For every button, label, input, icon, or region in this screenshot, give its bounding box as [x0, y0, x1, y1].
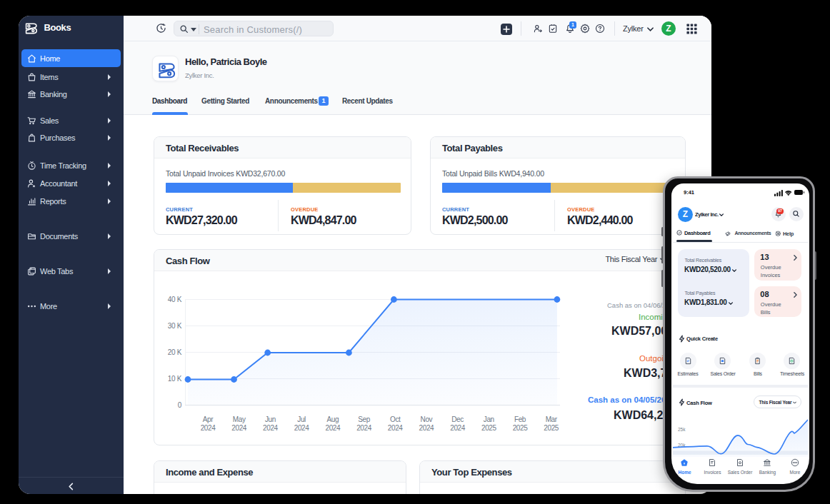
svg-text:40 K: 40 K [168, 296, 182, 303]
svg-text:30 K: 30 K [168, 322, 182, 330]
svg-text:20 K: 20 K [168, 348, 182, 356]
svg-text:Nov2024: Nov2024 [419, 415, 434, 432]
svg-text:Oct2024: Oct2024 [388, 415, 403, 432]
svg-text:10 K: 10 K [168, 375, 182, 383]
svg-text:Sep2024: Sep2024 [356, 415, 371, 432]
svg-text:Apr2024: Apr2024 [201, 415, 216, 432]
svg-text:Jun2024: Jun2024 [263, 415, 278, 432]
svg-text:Jul2024: Jul2024 [294, 415, 309, 432]
svg-text:Mar2025: Mar2025 [544, 415, 559, 432]
svg-text:0: 0 [178, 401, 182, 409]
svg-text:Jan2025: Jan2025 [481, 415, 496, 432]
svg-text:May2024: May2024 [231, 415, 246, 432]
svg-text:Dec2024: Dec2024 [450, 415, 465, 432]
svg-text:Aug2024: Aug2024 [325, 415, 340, 432]
svg-text:Feb2025: Feb2025 [513, 415, 528, 432]
